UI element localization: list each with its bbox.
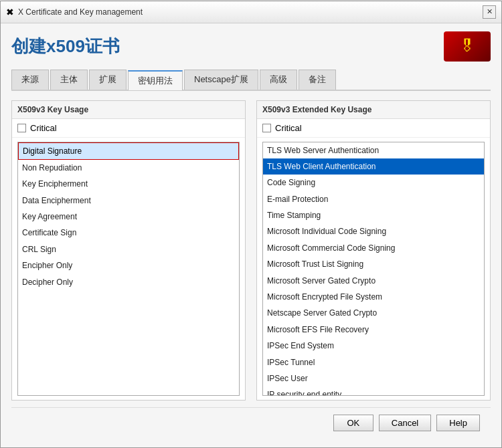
list-item[interactable]: Code Signing [263, 175, 484, 191]
tab-subject[interactable]: 主体 [50, 70, 88, 90]
list-item[interactable]: Microsoft Encrypted File System [263, 289, 484, 305]
list-item[interactable]: Microsoft Server Gated Crypto [263, 273, 484, 289]
list-item[interactable]: Encipher Only [18, 257, 239, 273]
list-item[interactable]: Microsoft EFS File Recovery [263, 322, 484, 338]
app-title: 创建x509证书 [11, 35, 120, 58]
app-header: 创建x509证书 [11, 31, 491, 62]
list-item[interactable]: IPSec User [263, 370, 484, 386]
list-item[interactable]: E-mail Protection [263, 191, 484, 207]
title-bar-left: ✖ X Certificate and Key management [6, 7, 143, 17]
left-critical-label: Critical [30, 123, 57, 133]
help-button[interactable]: Help [436, 415, 480, 431]
main-window: ✖ X Certificate and Key management ✕ 创建x… [0, 1, 502, 448]
list-item[interactable]: Key Encipherment [18, 176, 239, 192]
list-item[interactable]: Decipher Only [18, 274, 239, 290]
list-item[interactable]: Microsoft Trust List Signing [263, 256, 484, 272]
content-area: X509v3 Key Usage Critical Digital Signat… [11, 100, 491, 401]
list-item[interactable]: Netscape Server Gated Crypto [263, 305, 484, 321]
right-critical-row: Critical [257, 119, 490, 138]
list-item[interactable]: Non Repudiation [18, 160, 239, 176]
left-critical-checkbox[interactable] [17, 124, 26, 132]
list-item[interactable]: Certificate Sign [18, 225, 239, 241]
right-critical-checkbox[interactable] [262, 124, 271, 132]
ok-button[interactable]: OK [333, 415, 373, 431]
window-body: 创建x509证书 来源 主体 扩展 密钥用法 Netscape扩展 高级 备注 … [1, 23, 501, 447]
cancel-button[interactable]: Cancel [379, 415, 431, 431]
tab-extensions[interactable]: 扩展 [89, 70, 127, 90]
list-item[interactable]: Key Agreement [18, 209, 239, 225]
tab-notes[interactable]: 备注 [299, 70, 336, 90]
title-bar: ✖ X Certificate and Key management ✕ [1, 1, 501, 23]
list-item[interactable]: Microsoft Commercial Code Signing [263, 240, 484, 256]
tab-keyusage[interactable]: 密钥用法 [128, 70, 183, 90]
left-panel-title: X509v3 Key Usage [12, 101, 245, 119]
list-item[interactable]: CRL Sign [18, 241, 239, 257]
app-logo [444, 31, 491, 62]
list-item[interactable]: TLS Web Server Authentication [263, 142, 484, 158]
window-icon: ✖ [6, 7, 14, 17]
list-item[interactable]: Data Encipherment [18, 193, 239, 209]
left-panel: X509v3 Key Usage Critical Digital Signat… [11, 100, 246, 401]
list-item[interactable]: Microsoft Individual Code Signing [263, 223, 484, 239]
window-title: X Certificate and Key management [18, 7, 143, 17]
tab-netscape[interactable]: Netscape扩展 [184, 70, 258, 90]
right-panel-title: X509v3 Extended Key Usage [257, 101, 490, 119]
left-critical-row: Critical [12, 119, 245, 138]
right-critical-label: Critical [275, 123, 302, 133]
list-item[interactable]: IPSec Tunnel [263, 354, 484, 370]
list-item[interactable]: Time Stamping [263, 207, 484, 223]
list-item[interactable]: IPSec End System [263, 338, 484, 354]
close-button[interactable]: ✕ [483, 5, 496, 19]
list-item[interactable]: IP security end entity [263, 386, 484, 395]
tab-source[interactable]: 来源 [11, 70, 49, 90]
tab-advanced[interactable]: 高级 [260, 70, 297, 90]
footer: OK Cancel Help [11, 407, 491, 437]
left-list-box[interactable]: Digital Signature Non Repudiation Key En… [17, 142, 240, 396]
right-panel: X509v3 Extended Key Usage Critical TLS W… [256, 100, 491, 401]
list-item[interactable]: Digital Signature [18, 142, 239, 160]
tab-bar: 来源 主体 扩展 密钥用法 Netscape扩展 高级 备注 [11, 70, 491, 91]
list-item[interactable]: TLS Web Client Authentication [263, 158, 484, 175]
right-list-box[interactable]: TLS Web Server Authentication TLS Web Cl… [262, 142, 485, 396]
